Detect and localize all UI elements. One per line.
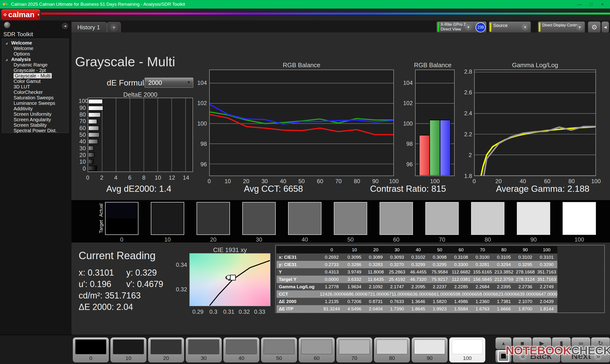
pattern-level-button-0[interactable]: 0 [73, 337, 109, 363]
reading-line-uv: u': 0.196 v': 0.4679 [79, 279, 111, 289]
expander-icon[interactable]: ◢ [5, 40, 11, 46]
calman-logo-button[interactable]: calman ▼ [1, 9, 40, 20]
swatch-level-label: 90 [517, 236, 550, 243]
tab-history-1[interactable]: History 1 [70, 22, 107, 33]
pattern-level-button-40[interactable]: 40 [223, 337, 260, 363]
chevron-down-icon[interactable]: ▼ [522, 24, 529, 31]
table-row-target-y: Target Y0.00003.633211.643525.419246.732… [276, 276, 557, 283]
sidebar-item-screen-angularity[interactable]: Screen Angularity [2, 117, 68, 122]
add-tab-button[interactable]: + [107, 22, 121, 33]
sidebar-item-additivity[interactable]: Additivity [2, 106, 68, 112]
source-dropdown[interactable]: Source ▼ [489, 21, 531, 33]
pattern-level-button-60[interactable]: 60 [299, 337, 335, 363]
x-axis-tick-label: 80 [568, 178, 575, 185]
target-swatch [426, 219, 458, 234]
table-cell: 6636.0000 [407, 290, 429, 298]
column-header-0: 0 [320, 246, 344, 253]
sidebar-item-color-gamut[interactable]: Color Gamut [2, 78, 68, 84]
table-cell: 0.3093 [387, 253, 407, 261]
chevron-down-icon[interactable]: ▼ [576, 24, 583, 31]
sidebar-section-welcome[interactable]: ◢Welcome [2, 40, 68, 46]
back-chevron-icon: « [519, 352, 527, 360]
pattern-swatch [188, 339, 219, 354]
grayscale-swatch-70 [425, 202, 459, 235]
table-cell: 3.6332 [344, 276, 365, 283]
table-cell: 0.3101 [536, 253, 557, 261]
transport-button-stop[interactable]: ■ [513, 337, 532, 349]
reading-line-xy: x: 0.3101 y: 0.329 [79, 268, 114, 278]
table-row-e-2000: ΔE 20001.21350.72060.87310.76331.36461.5… [276, 298, 557, 305]
settings-button[interactable]: ⚙ [588, 21, 601, 33]
table-cell: 0.3299 [407, 261, 429, 268]
transport-button-single-read[interactable]: ▮ [552, 337, 571, 349]
table-cell: 6661.0000 [429, 290, 450, 298]
pattern-level-button-10[interactable]: 10 [110, 337, 146, 363]
sidebar-item-colorchecker[interactable]: ColorChecker [2, 90, 68, 95]
pattern-level-label: 100 [449, 355, 485, 361]
deltae-2000-chart: DeltaE 2000 1009080706050403020100024681… [79, 92, 196, 186]
minimize-button[interactable]: — [574, 0, 585, 9]
pattern-level-button-70[interactable]: 70 [336, 337, 372, 363]
sidebar-item-spectral-power-dist[interactable]: Spectral Power Dist. [2, 128, 68, 133]
table-cell: 25.2863 [387, 268, 407, 276]
expander-icon[interactable]: ◢ [5, 57, 11, 62]
sidebar-item-screen-uniformity[interactable]: Screen Uniformity [2, 112, 68, 117]
transport-button-continuous-read[interactable]: ∞ [571, 337, 590, 349]
sidebar-item-options[interactable]: Options [2, 51, 68, 57]
pattern-swatch [452, 339, 483, 354]
y-axis-tick-label: 0.34 [174, 261, 187, 268]
sidebar-section-analysis[interactable]: ◢Analysis [2, 57, 68, 62]
sidebar-item-grayscale-multi[interactable]: Grayscale - Multi [2, 73, 68, 78]
sidebar-item-3d-lut[interactable]: 3D LUT [2, 84, 68, 90]
pattern-swatch [151, 339, 182, 354]
meter-count-badge[interactable]: 239 [476, 22, 486, 32]
table-cell: 1.6763 [472, 305, 493, 312]
pattern-level-button-90[interactable]: 90 [412, 337, 448, 363]
maximize-button[interactable]: □ [585, 0, 597, 9]
y-axis-tick-label: 70 [79, 118, 86, 125]
panel-collapse-button[interactable]: ◀ [601, 21, 609, 33]
x-axis-tick-label: 40 [520, 178, 526, 185]
divider [474, 22, 474, 32]
pattern-level-button-50[interactable]: 50 [261, 337, 297, 363]
close-button[interactable]: × [597, 0, 608, 9]
pattern-stop-button[interactable] [495, 350, 512, 363]
de-formula-select[interactable]: 2000 ▼ [145, 78, 193, 88]
chevron-down-icon[interactable]: ▼ [465, 24, 472, 31]
sidebar-collapse-button[interactable]: ◀ [62, 23, 68, 29]
target-swatch [380, 219, 413, 234]
logo-dropdown-icon[interactable]: ▼ [37, 12, 40, 18]
sidebar-item-screen-stability[interactable]: Screen Stability [2, 122, 68, 128]
meter-status-bar [438, 23, 439, 32]
sidebar-item-grayscale-2pt[interactable]: Grayscale - 2pt [2, 68, 68, 73]
sidebar-item-saturation-sweeps[interactable]: Saturation Sweeps [2, 95, 68, 101]
transport-button-refresh[interactable]: ↻ [591, 337, 610, 349]
pattern-level-button-100[interactable]: 100 [449, 337, 485, 363]
back-button[interactable]: « Back [513, 350, 560, 363]
meter-dropdown[interactable]: X-Rite i1Pro 2 Direct View ▼ 239 [437, 21, 487, 33]
pattern-level-button-80[interactable]: 80 [374, 337, 410, 363]
table-cell: 0.3281 [472, 261, 493, 268]
x-axis-tick-label: 100 [389, 178, 399, 185]
sidebar-item-welcome[interactable]: Welcome [2, 46, 68, 51]
page-title: Grayscale - Multi [75, 54, 175, 69]
target-swatch [288, 219, 321, 234]
table-cell: 0.0000 [320, 276, 344, 283]
table-cell: 0.2733 [320, 261, 344, 268]
sidebar-item-luminance-sweeps[interactable]: Luminance Sweeps [2, 101, 68, 106]
pattern-level-button-20[interactable]: 20 [148, 337, 184, 363]
display-control-dropdown[interactable]: Direct Display Control ▼ [538, 21, 585, 33]
workflow-ball-icon[interactable] [4, 22, 10, 28]
table-cell: 6623.0000 [493, 290, 515, 298]
transport-button-play[interactable]: ▶ [532, 337, 551, 349]
y-axis-tick-label: 80 [79, 111, 86, 118]
table-cell: 112.6682 [450, 268, 472, 276]
pattern-window-up-button[interactable]: ▲ [495, 337, 512, 349]
next-button[interactable]: Next » [561, 350, 610, 363]
pattern-level-button-30[interactable]: 30 [186, 337, 222, 363]
table-row-y: Y0.43133.974911.800825.286346.445575.958… [276, 268, 557, 276]
x-axis-tick-label: 100 [430, 178, 440, 185]
y-axis-tick-label: 50 [79, 131, 86, 138]
sidebar-item-dynamic-range[interactable]: Dynamic Range [2, 62, 68, 68]
app-icon [2, 1, 8, 7]
